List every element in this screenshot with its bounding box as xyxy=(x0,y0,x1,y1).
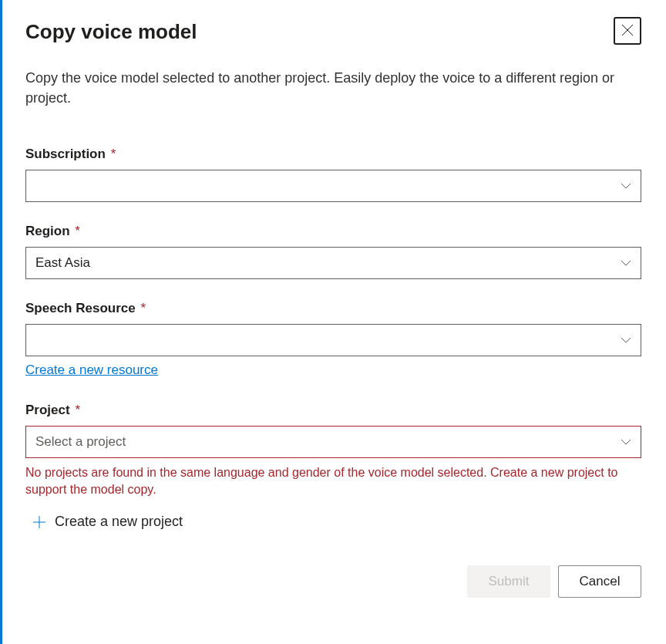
region-label: Region * xyxy=(25,224,641,239)
chevron-down-icon xyxy=(621,178,631,194)
speech-resource-label-text: Speech Resource xyxy=(25,301,136,315)
dialog-footer: Submit Cancel xyxy=(25,565,641,598)
region-value: East Asia xyxy=(35,255,90,271)
project-field: Project * Select a project No projects a… xyxy=(25,403,641,530)
close-button[interactable] xyxy=(614,17,641,45)
project-placeholder: Select a project xyxy=(35,434,126,450)
create-project-button[interactable]: Create a new project xyxy=(32,514,641,530)
project-select[interactable]: Select a project xyxy=(25,426,641,458)
region-select[interactable]: East Asia xyxy=(25,247,641,279)
project-error-message: No projects are found in the same langua… xyxy=(25,464,641,498)
copy-voice-model-dialog: Copy voice model Copy the voice model se… xyxy=(2,0,666,615)
chevron-down-icon xyxy=(621,332,631,348)
subscription-select[interactable] xyxy=(25,170,641,202)
create-resource-link[interactable]: Create a new resource xyxy=(25,362,158,378)
cancel-button[interactable]: Cancel xyxy=(558,565,641,598)
project-label: Project * xyxy=(25,403,641,418)
required-indicator: * xyxy=(75,403,80,417)
required-indicator: * xyxy=(75,224,80,238)
chevron-down-icon xyxy=(621,434,631,450)
submit-button[interactable]: Submit xyxy=(467,565,550,598)
subscription-field: Subscription * xyxy=(25,147,641,202)
dialog-description: Copy the voice model selected to another… xyxy=(25,68,641,108)
dialog-form: Subscription * Region * East Asia xyxy=(25,147,641,598)
required-indicator: * xyxy=(111,147,116,161)
dialog-title: Copy voice model xyxy=(25,20,197,44)
speech-resource-label: Speech Resource * xyxy=(25,301,641,316)
region-field: Region * East Asia xyxy=(25,224,641,279)
required-indicator: * xyxy=(140,301,146,315)
dialog-header: Copy voice model xyxy=(25,17,641,45)
create-project-label: Create a new project xyxy=(55,514,183,530)
region-label-text: Region xyxy=(25,224,70,238)
chevron-down-icon xyxy=(621,255,631,271)
plus-icon xyxy=(32,514,47,530)
close-icon xyxy=(621,23,634,39)
subscription-label-text: Subscription xyxy=(25,147,106,161)
project-label-text: Project xyxy=(25,403,70,417)
speech-resource-select[interactable] xyxy=(25,324,641,356)
speech-resource-field: Speech Resource * Create a new resource xyxy=(25,301,641,378)
subscription-label: Subscription * xyxy=(25,147,641,162)
